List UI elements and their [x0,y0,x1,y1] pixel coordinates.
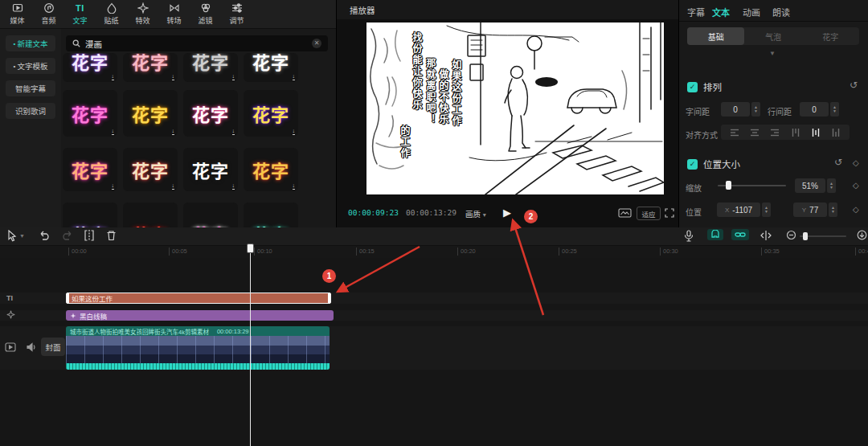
toolbar-label: 贴纸 [104,15,118,26]
position-y-field[interactable]: Y77 [793,203,827,217]
align-bottom-icon[interactable] [831,128,841,137]
quality-dropdown[interactable]: 画质 ▾ [465,208,486,219]
letter-spacing-field[interactable]: 0 [721,102,750,117]
text-sidebar: •新建文本 •文字模板 智能字幕 识别歌词 [0,29,61,227]
text-style-tile[interactable]: 花字↓ [63,53,117,82]
video-preview[interactable]: 如果这份工作 做的不快乐 那就离职吧！ 找份能让你快乐 的工作 [366,23,664,194]
text-style-tile[interactable]: 花字 [244,203,298,227]
text-clip[interactable]: 如果这份工作 [66,293,331,304]
text-style-tile[interactable]: 花字↓ [63,90,117,137]
download-icon: ↓ [112,182,115,190]
checkbox-checked-icon[interactable]: ✓ [687,82,698,92]
video-clip[interactable]: 城市街道人物街拍唯美女孩回眸街头汽车4k剪辑素材 00:00:13:29 [66,326,330,370]
slider-knob[interactable] [726,181,731,190]
line-spacing-stepper[interactable]: ▲▼ [830,102,839,117]
text-style-tile[interactable]: 花字 [183,203,238,227]
tab-read-aloud[interactable]: 朗读 [772,6,790,18]
text-style-tile[interactable]: 花字↓ [183,53,238,82]
preview-axis-icon[interactable] [760,230,772,241]
mute-speaker-icon[interactable] [27,342,36,352]
toolbar-item-sticker[interactable]: 贴纸 [96,0,127,28]
delete-icon[interactable] [106,230,117,241]
effect-clip[interactable]: 黑白线稿 [66,310,334,321]
toolbar-item-text[interactable]: TI 文字 [64,0,96,28]
text-style-tile[interactable]: 花字 [63,203,117,227]
toolbar-item-audio[interactable]: 音频 [33,0,64,28]
scale-stepper[interactable]: ▲▼ [827,178,836,193]
text-style-tile[interactable]: 花字↓ [183,90,238,137]
text-style-tile[interactable]: 花字↓ [244,148,298,191]
toolbar-item-adjust[interactable]: 调节 [221,0,252,28]
subtab-basic[interactable]: 基础 [687,27,744,45]
playhead-handle[interactable] [247,243,254,253]
fullscreen-icon[interactable] [665,208,674,218]
text-style-tile[interactable]: 花字↓ [63,148,117,191]
reset-icon[interactable]: ↺ [834,157,842,168]
tab-animation[interactable]: 动画 [743,6,760,18]
text-style-tile[interactable]: 花字↓ [123,90,178,137]
subtab-bubble[interactable]: 气泡 [744,27,801,45]
redo-icon[interactable] [61,230,73,241]
text-style-tile[interactable]: 花字↓ [244,53,298,82]
text-style-tile[interactable]: 花字↓ [183,148,238,191]
slider-knob[interactable] [803,232,808,240]
snap-magnet-icon[interactable] [707,229,723,240]
keyframe-diamond-icon[interactable]: ◇ [853,158,859,167]
keyframe-diamond-icon[interactable]: ◇ [853,205,859,214]
fit-button[interactable]: 适应 [637,207,661,220]
download-icon: ↓ [293,128,296,135]
search-bar[interactable]: 漫画 ✕ [66,35,328,51]
align-right-icon[interactable] [770,128,780,137]
sidebar-item-text-template[interactable]: •文字模板 [6,58,55,74]
position-y-stepper[interactable]: ▲▼ [829,203,837,217]
scale-mode-icon[interactable] [618,208,632,218]
text-style-tile[interactable]: 花字 [123,203,178,227]
fit-timeline-icon[interactable] [857,230,867,240]
split-icon[interactable] [84,230,95,241]
media-icon [12,2,23,14]
overlay-caption-col: 找份能让你快乐 [411,32,422,111]
keyframe-diamond-icon[interactable]: ◇ [853,181,859,190]
text-style-tile[interactable]: 花字↓ [123,148,178,191]
tile-label: 花字 [72,100,108,126]
text-style-tile[interactable]: 花字↓ [244,90,298,137]
search-query[interactable]: 漫画 [85,38,102,50]
text-style-tile[interactable]: 花字↓ [123,53,178,82]
subtab-fancy[interactable]: 花字 [802,27,859,45]
sidebar-item-lyrics-recognition[interactable]: 识别歌词 [6,103,55,119]
letter-spacing-stepper[interactable]: ▲▼ [751,102,760,117]
toolbar-item-filter[interactable]: 滤镜 [190,0,221,28]
align-middle-icon[interactable] [811,128,821,137]
chevron-down-icon[interactable]: ▼ [19,233,25,239]
align-center-icon[interactable] [750,128,760,137]
zoom-out-icon[interactable] [786,230,796,240]
tab-text[interactable]: 文本 [712,6,730,18]
toolbar-item-effects[interactable]: 特效 [127,0,158,28]
checkbox-checked-icon[interactable]: ✓ [687,159,698,170]
toolbar-item-media[interactable]: 媒体 [2,0,33,28]
effect-track-icon [6,310,15,319]
link-clips-icon[interactable] [731,229,749,240]
record-mic-icon[interactable] [684,230,694,242]
toolbar-item-transition[interactable]: 转场 [158,0,190,28]
line-spacing-field[interactable]: 0 [800,102,829,117]
cover-button[interactable]: 封面 [41,338,65,356]
timeline-zoom-slider[interactable] [800,235,846,237]
scale-field[interactable]: 51% [795,178,825,193]
align-top-icon[interactable] [791,128,800,137]
sidebar-item-smart-subtitle[interactable]: 智能字幕 [6,80,55,96]
timeline-ruler[interactable]: 00:00 00:05 00:10 00:15 00:20 00:25 00:3… [0,246,868,258]
reset-icon[interactable]: ↺ [850,80,858,91]
play-button[interactable]: ▶ [503,207,511,219]
align-left-icon[interactable] [730,128,739,137]
position-x-field[interactable]: X-1107 [717,203,760,217]
scale-slider[interactable] [718,185,786,186]
sidebar-item-new-text[interactable]: •新建文本 [6,35,55,51]
tab-subtitle[interactable]: 字幕 [687,6,705,18]
collapse-chevron-icon[interactable]: ▼ [769,50,776,57]
select-tool-icon[interactable] [6,230,18,242]
position-x-stepper[interactable]: ▲▼ [762,203,771,217]
clear-search-icon[interactable]: ✕ [312,39,321,48]
tile-label: 花字 [252,221,289,227]
undo-icon[interactable] [39,230,51,241]
